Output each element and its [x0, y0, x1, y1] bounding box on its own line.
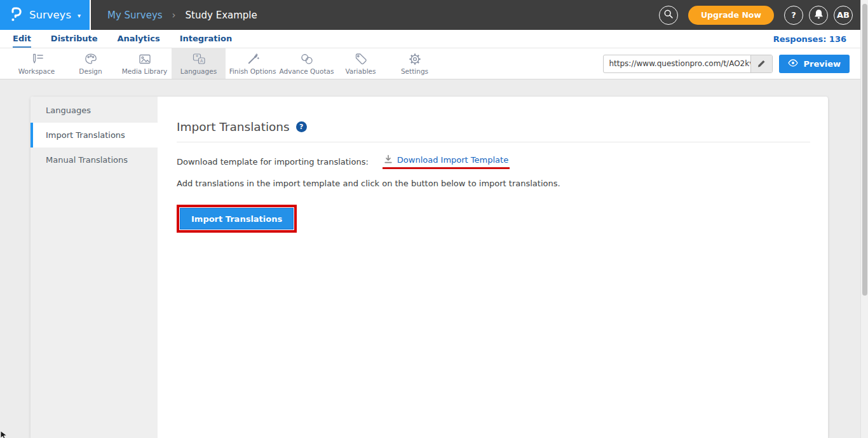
tab-integration[interactable]: Integration: [180, 30, 232, 48]
import-instructions: Add translations in the import template …: [177, 179, 810, 188]
questionpro-logo-icon: [9, 6, 23, 25]
variables-icon: [354, 52, 368, 66]
settings-icon: [408, 52, 422, 66]
download-template-text: Download template for importing translat…: [177, 157, 369, 167]
toolbar-label: Workspace: [18, 67, 55, 75]
toolbar-item-media-library[interactable]: Media Library: [118, 48, 172, 79]
preview-label: Preview: [803, 59, 841, 69]
survey-url-value[interactable]: https://www.questionpro.com/t/AO2kvZ: [604, 55, 750, 72]
chevron-down-icon: ▾: [78, 12, 81, 19]
toolbar-item-finish-options[interactable]: Finish Options: [226, 48, 280, 79]
sidebar-item-import-translations[interactable]: Import Translations: [31, 123, 158, 147]
tab-edit[interactable]: Edit: [13, 30, 31, 48]
languages-sidebar: Languages Import Translations Manual Tra…: [31, 97, 158, 438]
breadcrumb-current-survey: Study Example: [186, 10, 257, 21]
toolbar-item-design[interactable]: Design: [64, 48, 118, 79]
download-template-row: Download template for importing translat…: [177, 154, 810, 169]
finish-options-icon: [246, 52, 260, 66]
breadcrumb-my-surveys[interactable]: My Surveys: [107, 10, 163, 21]
languages-icon: * A: [191, 52, 207, 66]
surveys-menu[interactable]: Surveys ▾: [0, 0, 91, 30]
avatar[interactable]: AB: [834, 6, 853, 25]
search-button[interactable]: [659, 6, 678, 25]
toolbar-label: Settings: [401, 67, 428, 75]
topbar-actions: Upgrade Now ? AB: [659, 6, 868, 25]
upgrade-now-button[interactable]: Upgrade Now: [688, 6, 774, 25]
toolbar-label: Design: [79, 67, 102, 75]
page-scrollbar[interactable]: [860, 0, 868, 438]
breadcrumb-separator: ›: [172, 10, 176, 21]
question-mark-icon: ?: [791, 10, 796, 20]
toolbar-item-workspace[interactable]: Workspace: [10, 48, 64, 79]
eye-icon: [788, 59, 798, 69]
notifications-button[interactable]: [809, 6, 828, 25]
workspace-icon: [30, 52, 44, 66]
page-title: Import Translations: [177, 120, 290, 133]
mouse-cursor: [0, 430, 8, 438]
breadcrumb: My Surveys › Study Example: [107, 10, 257, 21]
toolbar-item-variables[interactable]: Variables: [334, 48, 388, 79]
survey-url-group: https://www.questionpro.com/t/AO2kvZ Pre…: [603, 48, 868, 79]
edit-url-button[interactable]: [750, 55, 772, 72]
responses-count[interactable]: Responses: 136: [773, 30, 868, 48]
scrollbar-thumb[interactable]: [862, 4, 867, 296]
toolbar-label: Variables: [346, 67, 376, 75]
toolbar-label: Media Library: [122, 67, 168, 75]
search-icon: [663, 9, 674, 21]
section-tabs: Edit Distribute Analytics Integration: [0, 30, 232, 48]
product-name: Surveys: [29, 9, 71, 21]
import-translations-button[interactable]: Import Translations: [180, 208, 294, 229]
tab-distribute[interactable]: Distribute: [51, 30, 98, 48]
tab-analytics[interactable]: Analytics: [118, 30, 160, 48]
download-template-link-highlighted[interactable]: Download Import Template: [383, 154, 510, 169]
title-divider: [177, 142, 810, 142]
survey-url-box[interactable]: https://www.questionpro.com/t/AO2kvZ: [603, 55, 773, 73]
pencil-icon: [757, 58, 766, 70]
bell-icon: [814, 9, 824, 21]
toolbar-label: Advance Quotas: [280, 67, 334, 75]
toolbar-item-languages[interactable]: * A Languages: [172, 48, 226, 79]
download-icon: [384, 154, 393, 165]
preview-button[interactable]: Preview: [779, 55, 850, 73]
svg-text:A: A: [200, 58, 203, 64]
toolbar-item-advance-quotas[interactable]: Advance Quotas: [280, 48, 334, 79]
title-help-icon[interactable]: ?: [296, 121, 307, 132]
design-icon: [84, 52, 98, 66]
advance-quotas-icon: [300, 52, 314, 66]
toolbar-label: Languages: [180, 67, 217, 75]
edit-toolbar: Workspace Design Media Library *: [0, 48, 868, 79]
toolbar-label: Finish Options: [229, 67, 276, 75]
title-row: Import Translations ?: [177, 120, 810, 133]
import-translations-content: Import Translations ? Download template …: [158, 97, 828, 438]
help-button[interactable]: ?: [784, 6, 803, 25]
import-button-red-highlight: Import Translations: [177, 205, 297, 233]
sidebar-item-manual-translations[interactable]: Manual Translations: [31, 147, 158, 172]
toolbar-item-settings[interactable]: Settings: [388, 48, 442, 79]
survey-section-nav: Edit Distribute Analytics Integration Re…: [0, 30, 868, 48]
download-import-template-link[interactable]: Download Import Template: [397, 155, 508, 165]
media-library-icon: [138, 52, 152, 66]
top-bar: Surveys ▾ My Surveys › Study Example Upg…: [0, 0, 868, 30]
sidebar-item-languages[interactable]: Languages: [31, 98, 158, 123]
languages-panel: Languages Import Translations Manual Tra…: [31, 97, 828, 438]
